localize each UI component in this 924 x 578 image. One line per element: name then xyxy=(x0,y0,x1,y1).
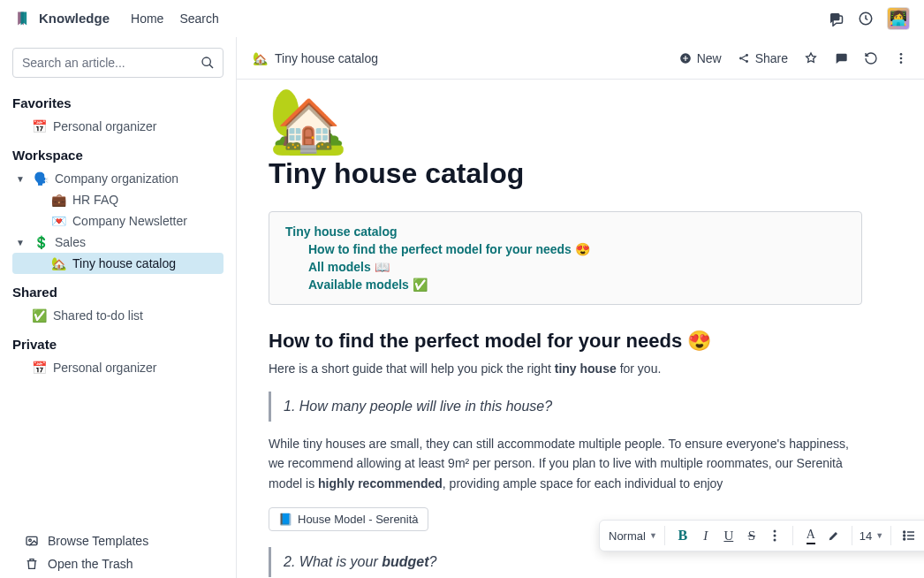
font-size-select[interactable]: 14▼ xyxy=(856,529,887,543)
breadcrumb-label: Tiny house catalog xyxy=(275,51,378,65)
sidebar-item-label: Personal organizer xyxy=(53,119,157,133)
briefcase-icon: 💼 xyxy=(51,193,67,207)
sidebar-item-personal-organizer[interactable]: 📅 Personal organizer xyxy=(12,116,223,137)
calendar-icon: 📅 xyxy=(32,361,48,375)
trash-icon xyxy=(25,557,39,571)
text-color-button[interactable]: A xyxy=(800,524,822,547)
check-icon: ✅ xyxy=(32,308,48,323)
more-button[interactable] xyxy=(894,51,908,65)
style-select[interactable]: Normal▼ xyxy=(605,529,661,543)
paragraph-space[interactable]: While tiny houses are small, they can st… xyxy=(269,434,862,493)
sidebar: Favorites 📅 Personal organizer Workspace… xyxy=(0,37,237,578)
dollar-icon: 💲 xyxy=(34,235,49,249)
workspace-heading: Workspace xyxy=(12,148,223,163)
sidebar-item-label: Personal organizer xyxy=(53,361,157,375)
image-icon xyxy=(25,534,39,548)
topbar: Knowledge Home Search 👩‍💻 xyxy=(0,0,924,37)
book-icon: 📘 xyxy=(278,513,292,526)
svg-point-15 xyxy=(904,535,905,536)
italic-button[interactable]: I xyxy=(695,524,716,547)
speaking-icon: 🗣️ xyxy=(34,171,49,186)
sidebar-item-personal-organizer-private[interactable]: 📅 Personal organizer xyxy=(12,357,223,378)
main: 🏡 Tiny house catalog New Share xyxy=(237,37,924,578)
svg-point-9 xyxy=(900,57,903,59)
section-title-how-to-find[interactable]: How to find the perfect model for your n… xyxy=(269,330,862,353)
sidebar-item-label: HR FAQ xyxy=(72,193,118,207)
caret-down-icon[interactable]: ▼ xyxy=(16,174,25,184)
breadcrumb[interactable]: 🏡 Tiny house catalog xyxy=(253,51,378,65)
toc-box: Tiny house catalog How to find the perfe… xyxy=(269,211,862,305)
history-button[interactable] xyxy=(864,51,878,65)
svg-point-13 xyxy=(773,539,776,542)
nav-home[interactable]: Home xyxy=(131,11,163,26)
new-label: New xyxy=(697,51,722,65)
toc-root[interactable]: Tiny house catalog xyxy=(285,224,845,239)
strike-button[interactable]: S xyxy=(741,524,762,547)
favorite-button[interactable] xyxy=(804,51,818,65)
svg-point-12 xyxy=(773,535,776,537)
open-trash-label: Open the Trash xyxy=(48,557,133,571)
messages-icon[interactable] xyxy=(827,10,844,27)
chip-label: House Model - Serenità xyxy=(298,513,419,526)
sidebar-item-shared-todo[interactable]: ✅ Shared to-do list xyxy=(12,305,223,326)
svg-point-10 xyxy=(900,61,903,64)
caret-down-icon[interactable]: ▼ xyxy=(16,238,25,247)
nav-search[interactable]: Search xyxy=(179,11,218,26)
doc-hero-icon[interactable]: 🏡 xyxy=(269,88,862,152)
search-box xyxy=(12,48,223,78)
sidebar-item-tiny-house-catalog[interactable]: 🏡 Tiny house catalog xyxy=(12,253,223,274)
text-toolbar: Normal▼ B I U S A 14▼ xyxy=(599,520,924,551)
sidebar-item-sales[interactable]: ▼ 💲 Sales xyxy=(12,232,223,253)
house-icon: 🏡 xyxy=(253,51,268,65)
toc-item-all-models[interactable]: All models 📖 xyxy=(308,260,845,274)
sidebar-item-company-organization[interactable]: ▼ 🗣️ Company organization xyxy=(12,168,223,189)
toc-item-available-models[interactable]: Available models ✅ xyxy=(308,278,845,292)
brand-icon xyxy=(14,10,32,27)
love-letter-icon: 💌 xyxy=(51,214,67,228)
activity-icon[interactable] xyxy=(857,10,875,27)
share-icon xyxy=(738,52,750,65)
sidebar-item-label: Tiny house catalog xyxy=(72,256,176,270)
share-button[interactable]: Share xyxy=(738,51,788,65)
private-heading: Private xyxy=(12,337,223,352)
svg-point-11 xyxy=(773,530,776,533)
search-input[interactable] xyxy=(12,48,223,78)
toc-item-how-to-find[interactable]: How to find the perfect model for your n… xyxy=(308,242,845,256)
plus-circle-icon xyxy=(679,52,692,65)
chat-button[interactable] xyxy=(834,51,848,65)
doc-body: 🏡 Tiny house catalog Tiny house catalog … xyxy=(237,80,924,578)
text-more-button[interactable] xyxy=(764,524,785,547)
highlight-button[interactable] xyxy=(823,524,844,547)
avatar[interactable]: 👩‍💻 xyxy=(887,7,910,30)
browse-templates-button[interactable]: Browse Templates xyxy=(12,534,223,548)
underline-button[interactable]: U xyxy=(718,524,739,547)
calendar-icon: 📅 xyxy=(32,119,48,133)
brand[interactable]: Knowledge xyxy=(14,10,110,27)
sidebar-item-label: Sales xyxy=(55,235,86,249)
chevron-down-icon: ▼ xyxy=(875,531,883,540)
doc-header: 🏡 Tiny house catalog New Share xyxy=(237,37,924,80)
search-icon[interactable] xyxy=(201,56,215,70)
brand-label: Knowledge xyxy=(39,11,110,26)
bold-button[interactable]: B xyxy=(672,524,693,547)
section-description[interactable]: Here is a short guide that will help you… xyxy=(269,361,862,376)
new-button[interactable]: New xyxy=(679,51,722,65)
svg-point-16 xyxy=(904,538,905,540)
topnav: Home Search xyxy=(131,11,219,26)
svg-point-1 xyxy=(202,57,210,65)
open-trash-button[interactable]: Open the Trash xyxy=(12,557,223,571)
sidebar-item-hr-faq[interactable]: 💼 HR FAQ xyxy=(12,189,223,210)
question-1[interactable]: 1. How many people will live in this hou… xyxy=(269,392,862,422)
doc-title[interactable]: Tiny house catalog xyxy=(269,157,862,190)
svg-point-8 xyxy=(900,53,903,56)
browse-templates-label: Browse Templates xyxy=(48,534,148,548)
house-icon: 🏡 xyxy=(51,256,67,270)
svg-point-3 xyxy=(29,539,32,542)
sidebar-item-label: Shared to-do list xyxy=(53,308,143,323)
question-2[interactable]: 2. What is your budget? xyxy=(269,547,862,577)
bullet-list-button[interactable] xyxy=(898,524,920,547)
sidebar-item-company-newsletter[interactable]: 💌 Company Newsletter xyxy=(12,210,223,232)
house-model-chip[interactable]: 📘 House Model - Serenità xyxy=(269,507,428,531)
svg-point-14 xyxy=(904,531,905,533)
chevron-down-icon: ▼ xyxy=(649,531,657,540)
